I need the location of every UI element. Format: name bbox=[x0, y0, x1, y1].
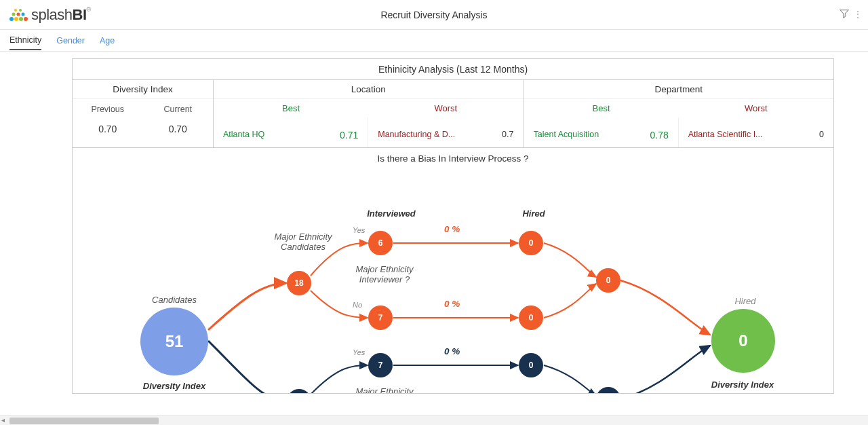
int-yes-maj-node[interactable]: 6 bbox=[368, 231, 393, 255]
loc-best-label: Best bbox=[214, 99, 368, 117]
loc-best-val: 0.71 bbox=[340, 130, 358, 141]
loc-worst-val: 0.7 bbox=[502, 130, 513, 141]
bias-title: Is there a Bias In Interview Process ? bbox=[73, 153, 833, 164]
ethnicity-panel: Ethinicity Analysis (Last 12 Months) Div… bbox=[72, 58, 834, 148]
pct-1: 0 % bbox=[444, 224, 460, 234]
int-no-maj-node[interactable]: 7 bbox=[368, 306, 393, 330]
di-left-label: Diversity Index bbox=[140, 381, 208, 391]
hired-0b[interactable]: 0 bbox=[519, 306, 543, 330]
svg-point-2 bbox=[19, 17, 23, 21]
hired-big-node[interactable]: 0 bbox=[711, 309, 775, 373]
content-area: Ethinicity Analysis (Last 12 Months) Div… bbox=[0, 52, 841, 394]
yes-1: Yes bbox=[353, 226, 365, 234]
di-right-label: Diversity Index bbox=[709, 380, 776, 390]
no-1: No bbox=[353, 301, 362, 309]
maj-cand-node[interactable]: 18 bbox=[287, 271, 311, 295]
page-title: Recruit Diversity Analysis bbox=[0, 10, 868, 20]
top-bar: splashBI® Recruit Diversity Analysis ⋮ bbox=[0, 0, 868, 30]
location-label: Location bbox=[214, 80, 524, 99]
tab-ethnicity[interactable]: Ethnicity bbox=[9, 35, 41, 50]
top-toolbar: ⋮ bbox=[840, 9, 863, 20]
tab-gender[interactable]: Gender bbox=[56, 36, 85, 45]
prev-label: Previous bbox=[73, 99, 143, 119]
interviewed-label: Interviewed bbox=[357, 208, 425, 219]
diversity-index-box: Diversity Index Previous Current 0.70 0.… bbox=[73, 80, 214, 147]
dep-worst-val: 0 bbox=[819, 130, 824, 141]
pct-3: 0 % bbox=[444, 346, 460, 356]
dep-best-label: Best bbox=[524, 99, 679, 117]
candidates-node[interactable]: 51 bbox=[140, 308, 208, 375]
department-box: Department Best Worst Talent Acquisition… bbox=[524, 80, 834, 147]
pct-2: 0 % bbox=[444, 299, 460, 309]
dep-worst-label: Worst bbox=[679, 99, 833, 117]
loc-worst-name: Manufacturing & D... bbox=[378, 130, 502, 141]
hired-0c[interactable]: 0 bbox=[519, 353, 543, 377]
loc-worst-label: Worst bbox=[368, 99, 523, 117]
merge-0a[interactable]: 0 bbox=[596, 268, 620, 293]
int-yes-min-node[interactable]: 7 bbox=[368, 353, 393, 377]
dep-best-val: 0.78 bbox=[650, 130, 669, 141]
svg-point-1 bbox=[14, 17, 18, 21]
tab-age[interactable]: Age bbox=[100, 36, 115, 45]
panel-title: Ethinicity Analysis (Last 12 Months) bbox=[73, 59, 833, 80]
more-icon[interactable]: ⋮ bbox=[853, 9, 863, 20]
svg-point-7 bbox=[14, 9, 17, 12]
logo: splashBI® bbox=[0, 6, 91, 24]
svg-point-6 bbox=[22, 12, 25, 16]
yes-2: Yes bbox=[353, 348, 365, 356]
location-box: Location Best Worst Atlanta HQ 0.71 Manu… bbox=[214, 80, 524, 147]
hired-right-label: Hired bbox=[711, 296, 779, 306]
maj-int-2: Major Ethnicity Interviewer ? bbox=[344, 386, 425, 394]
dep-best-name: Talent Acquisition bbox=[534, 130, 650, 141]
maj-eth-cand-label: Major Ethnicity Candidates bbox=[266, 232, 340, 252]
logo-dots-icon bbox=[8, 7, 31, 23]
loc-best-name: Atlanta HQ bbox=[223, 130, 340, 141]
hired-col-label: Hired bbox=[507, 208, 561, 219]
di-right-value: 0.70 bbox=[709, 393, 776, 394]
metrics-row: Diversity Index Previous Current 0.70 0.… bbox=[73, 80, 833, 147]
bias-panel: Is there a Bias In Interview Process ? bbox=[72, 148, 834, 394]
svg-point-5 bbox=[17, 12, 20, 16]
flow-diagram: Candidates 51 Diversity Index 0.70 Major… bbox=[73, 164, 833, 394]
logo-text: splashBI® bbox=[31, 6, 91, 24]
tabs-bar: Ethnicity Gender Age bbox=[0, 30, 868, 52]
svg-point-4 bbox=[12, 12, 16, 16]
cur-value: 0.70 bbox=[143, 124, 214, 134]
maj-int-1: Major Ethnicity Interviewer ? bbox=[344, 264, 425, 284]
candidates-label: Candidates bbox=[140, 295, 208, 305]
svg-point-8 bbox=[19, 9, 22, 12]
cur-label: Current bbox=[143, 99, 214, 119]
svg-point-3 bbox=[24, 17, 28, 21]
department-label: Department bbox=[524, 80, 834, 99]
prev-value: 0.70 bbox=[73, 124, 143, 134]
di-label: Diversity Index bbox=[73, 80, 213, 99]
dep-worst-name: Atlanta Scientific I... bbox=[688, 130, 815, 141]
filter-icon[interactable] bbox=[840, 9, 849, 20]
svg-point-0 bbox=[9, 17, 14, 21]
hired-0a[interactable]: 0 bbox=[519, 231, 543, 255]
